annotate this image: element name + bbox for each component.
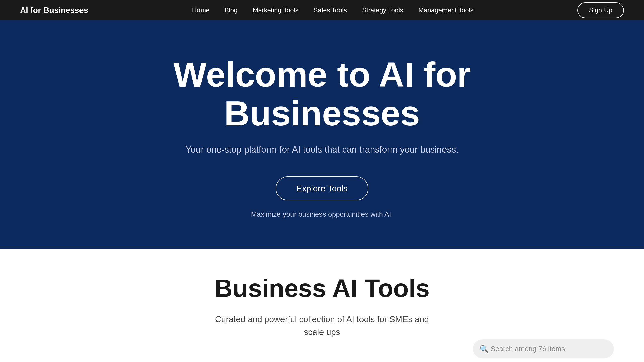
- nav-item-strategy-tools[interactable]: Strategy Tools: [362, 6, 403, 14]
- search-icon: 🔍: [479, 345, 489, 353]
- explore-tools-button[interactable]: Explore Tools: [276, 176, 368, 200]
- nav-item-home[interactable]: Home: [192, 6, 209, 14]
- navbar: AI for Businesses Home Blog Marketing To…: [0, 0, 644, 20]
- search-bar[interactable]: 🔍: [473, 339, 614, 358]
- hero-title: Welcome to AI for Businesses: [96, 55, 548, 133]
- nav-link-sales-tools[interactable]: Sales Tools: [313, 6, 347, 14]
- tools-section: Business AI Tools Curated and powerful c…: [0, 249, 644, 362]
- nav-link-strategy-tools[interactable]: Strategy Tools: [362, 6, 403, 14]
- hero-subtitle: Your one-stop platform for AI tools that…: [185, 143, 458, 156]
- tools-section-title: Business AI Tools: [214, 274, 430, 303]
- nav-links: Home Blog Marketing Tools Sales Tools St…: [192, 6, 473, 14]
- hero-bottom-text: Maximize your business opportunities wit…: [251, 210, 393, 218]
- brand-logo[interactable]: AI for Businesses: [20, 6, 88, 15]
- hero-section: Welcome to AI for Businesses Your one-st…: [0, 20, 644, 249]
- nav-item-marketing-tools[interactable]: Marketing Tools: [253, 6, 299, 14]
- nav-link-home[interactable]: Home: [192, 6, 209, 14]
- nav-link-marketing-tools[interactable]: Marketing Tools: [253, 6, 299, 14]
- signup-button[interactable]: Sign Up: [577, 2, 624, 18]
- nav-item-sales-tools[interactable]: Sales Tools: [313, 6, 347, 14]
- nav-link-blog[interactable]: Blog: [225, 6, 238, 14]
- nav-item-blog[interactable]: Blog: [225, 6, 238, 14]
- nav-item-management-tools[interactable]: Management Tools: [418, 6, 473, 14]
- search-input[interactable]: [491, 345, 601, 353]
- tools-section-subtitle: Curated and powerful collection of AI to…: [209, 313, 435, 338]
- nav-link-management-tools[interactable]: Management Tools: [418, 6, 473, 14]
